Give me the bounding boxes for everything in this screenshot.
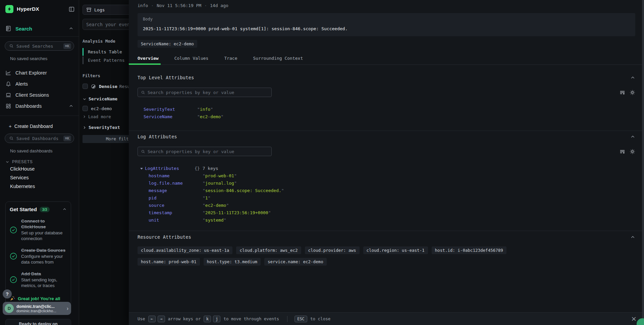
gear-icon[interactable] — [630, 90, 635, 95]
create-dashboard-button[interactable]: + Create Dashboard — [9, 123, 79, 129]
attribute-row[interactable]: timestamp 2025-11-11T23:56:19+0000 — [138, 209, 635, 217]
attribute-key: pid — [149, 194, 203, 202]
get-started-card: Get Started 3/3 Connect to ClickHouse Se… — [5, 201, 71, 306]
preset-kubernetes[interactable]: Kubernetes — [10, 182, 79, 190]
resource-chip[interactable]: host.type: t3.medium — [204, 258, 261, 266]
gear-icon[interactable] — [630, 149, 635, 154]
sidebar-nav: Chart Explorer Alerts Client Sessions Da… — [0, 67, 79, 116]
logo-row: HyperDX — [5, 5, 75, 13]
chevron-right-icon — [83, 115, 86, 119]
tab-trace[interactable]: Trace — [224, 53, 237, 65]
hyperdx-logo-icon — [5, 5, 13, 13]
attribute-row[interactable]: SeverityText info — [138, 106, 635, 113]
chevron-up-icon[interactable] — [62, 207, 67, 212]
resource-chip[interactable]: cloud.region: us-east-1 — [363, 246, 428, 254]
chevron-up-icon[interactable] — [630, 235, 635, 240]
dot-separator: · — [151, 3, 154, 8]
chevron-right-icon: › — [67, 306, 68, 312]
tab-column-values[interactable]: Column Values — [174, 53, 209, 65]
create-dashboard-label: Create Dashboard — [14, 124, 53, 129]
wrap-lines-icon[interactable] — [620, 149, 625, 154]
presets-toggle[interactable]: PRESETS — [5, 159, 79, 164]
body-text: 2025-11-11T23:56:19+0000 prod-web-01 sys… — [143, 26, 630, 31]
event-relative-time: 14d ago — [210, 3, 228, 8]
footer-separator — [287, 316, 287, 322]
resource-chip[interactable]: service.name: ec2-demo — [264, 258, 327, 266]
chevron-right-icon — [83, 126, 87, 130]
braces-icon: {} — [195, 165, 200, 172]
sidebar: HyperDX Search ⌘K No saved searches Char… — [0, 0, 79, 325]
preset-services[interactable]: Services — [10, 174, 79, 182]
tree-root-row[interactable]: LogAttributes {} 7 keys — [138, 165, 635, 172]
kbd-arrow-right: → — [158, 316, 165, 322]
attribute-value: session-846.scope: Succeeded. — [203, 187, 284, 194]
get-started-item[interactable]: Create Data Sources Configure where your… — [10, 247, 67, 265]
tab-overview[interactable]: Overview — [138, 53, 159, 65]
user-account-card[interactable]: D dominic.tran@clic... dominic.tran@clic… — [3, 302, 71, 315]
wrap-lines-icon[interactable] — [620, 90, 625, 95]
event-detail-panel: info · Nov 11 5:56:19 PM · 14d ago Body … — [129, 0, 644, 325]
no-saved-dashboards-text: No saved dashboards — [10, 148, 79, 153]
laptop-icon — [5, 92, 11, 98]
deploy-banner[interactable]: Ready to deploy on — [5, 319, 71, 325]
service-name-tag[interactable]: ServiceName: ec2-demo — [138, 40, 197, 48]
property-search-wrap — [138, 147, 272, 156]
get-started-header[interactable]: Get Started 3/3 — [10, 206, 67, 212]
attribute-row[interactable]: ServiceName ec2-demo — [138, 113, 635, 121]
attribute-value: prod-web-01 — [203, 172, 237, 180]
load-more-label: Load more — [88, 114, 111, 119]
chevron-up-icon[interactable] — [630, 75, 635, 80]
get-started-item[interactable]: Connect to ClickHouse Set up your databa… — [10, 218, 67, 241]
filter-group-label: SeverityText — [89, 125, 120, 130]
denoise-label-strong: Denoise — [99, 84, 117, 89]
sidebar-collapse-icon[interactable] — [68, 6, 75, 12]
no-saved-searches-text: No saved searches — [10, 56, 79, 61]
get-started-item-title: Add Data — [21, 271, 67, 277]
get-started-title: Get Started — [10, 206, 37, 212]
congrats-text: Great job! You're all — [18, 296, 60, 301]
property-search-input[interactable] — [148, 90, 268, 95]
filter-value-checkbox[interactable] — [83, 106, 88, 111]
chevron-down-icon — [83, 97, 87, 101]
saved-searches-input[interactable] — [16, 44, 63, 49]
chevron-up-icon[interactable] — [630, 134, 635, 139]
caret-down-icon[interactable] — [140, 168, 143, 170]
property-search-input[interactable] — [148, 149, 268, 154]
sidebar-item-chart-explorer[interactable]: Chart Explorer — [0, 67, 79, 78]
filter-group-label: ServiceName — [89, 96, 117, 101]
saved-dashboards-input[interactable] — [16, 136, 63, 141]
sidebar-item-dashboards[interactable]: Dashboards — [0, 100, 79, 111]
tab-surrounding-context[interactable]: Surrounding Context — [253, 53, 303, 65]
resource-chip[interactable]: cloud.availability_zone: us-east-1a — [138, 246, 232, 254]
line-chart-icon — [5, 70, 11, 76]
attribute-row[interactable]: message session-846.scope: Succeeded. — [138, 187, 635, 194]
help-button[interactable]: ? — [3, 289, 12, 298]
attribute-row[interactable]: hostname prod-web-01 — [138, 172, 635, 180]
close-icon[interactable]: × — [631, 315, 637, 323]
resource-chip[interactable]: host.id: i-0abc123def456789 — [432, 246, 506, 254]
sidebar-item-alerts[interactable]: Alerts — [0, 78, 79, 89]
resource-chip[interactable]: host.name: prod-web-01 — [138, 258, 200, 266]
get-started-item-title: Create Data Sources — [21, 247, 67, 253]
resource-chip[interactable]: cloud.provider: aws — [305, 246, 360, 254]
scrollbar[interactable] — [642, 0, 644, 325]
get-started-item[interactable]: Add Data Start sending logs, metrics, or… — [10, 271, 67, 288]
event-timestamp: Nov 11 5:56:19 PM — [157, 3, 201, 8]
attribute-row[interactable]: log.file.name journal.log — [138, 180, 635, 187]
sidebar-item-search[interactable]: Search — [0, 26, 79, 37]
attribute-row[interactable]: pid 1 — [138, 194, 635, 202]
resource-chip[interactable]: cloud.platform: aws_ec2 — [236, 246, 301, 254]
get-started-item-subtitle: Configure where your data comes from — [21, 253, 67, 265]
denoise-checkbox[interactable] — [83, 84, 88, 89]
attribute-row[interactable]: source ec2-demo — [138, 202, 635, 209]
chevron-up-icon[interactable] — [69, 26, 73, 31]
attribute-row[interactable]: unit systemd — [138, 217, 635, 224]
attribute-key: timestamp — [149, 209, 203, 217]
attribute-value: journal.log — [203, 180, 237, 187]
sidebar-item-client-sessions[interactable]: Client Sessions — [0, 89, 79, 100]
attribute-value: 2025-11-11T23:56:19+0000 — [203, 209, 271, 217]
preset-clickhouse[interactable]: ClickHouse — [10, 165, 79, 173]
check-circle-icon — [10, 226, 17, 234]
chevron-up-icon[interactable] — [69, 104, 73, 108]
section-log-attributes: Log Attributes — [138, 134, 635, 139]
